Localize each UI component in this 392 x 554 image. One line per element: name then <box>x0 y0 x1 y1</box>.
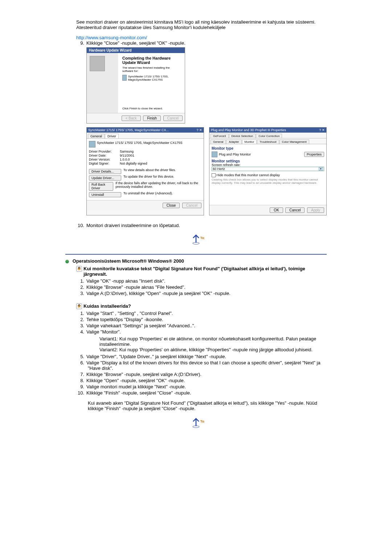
top-link[interactable]: Top <box>65 232 327 247</box>
list-number: 2. <box>76 317 84 322</box>
wizard-icon <box>90 56 105 71</box>
svg-text:Top: Top <box>200 236 204 240</box>
version-label: Driver Version: <box>89 158 120 161</box>
wizard-finish-hint: Click Finish to close the wizard. <box>122 107 180 110</box>
finish-button[interactable]: Finish <box>143 116 161 121</box>
step10-text: Monitori draiveri installeerimine on lõp… <box>86 223 180 228</box>
signer-value: Not digitally signed <box>120 162 147 165</box>
monitor-settings-label: Monitor settings <box>212 159 324 163</box>
monitor-icon <box>89 141 95 147</box>
cancel-button[interactable]: Cancel <box>285 207 305 213</box>
tab-troubleshoot[interactable]: Troubleshoot <box>257 139 279 144</box>
install-heading: Kuidas installeerida? <box>83 303 131 309</box>
tab-monitor[interactable]: Monitor <box>242 139 257 144</box>
apply-button[interactable]: Apply <box>307 207 324 213</box>
variant2: Variant2: Kui nupp 'Properties' on aktii… <box>99 347 327 352</box>
wizard-device: SyncMaster 171S/ 175S/ 170S, MagicSyncMa… <box>128 75 180 81</box>
monitor-type-value: Plug and Play Monitor <box>219 153 251 156</box>
tab-colormgmt[interactable]: Color Management <box>279 139 309 144</box>
props-device: SyncMaster 171S/ 175S/ 170S, MagicSyncMa… <box>97 141 183 147</box>
date-value: 9/11/2001 <box>120 154 134 157</box>
list2-item6: Valige "Display a list of the known driv… <box>86 360 320 371</box>
tab-driver[interactable]: Driver <box>105 134 119 138</box>
list2-item5: Valige "Driver", "Update Driver.." ja se… <box>86 354 226 359</box>
hide-modes-desc: Clearing this check box allows you to se… <box>212 178 324 185</box>
ok-button[interactable]: OK <box>270 207 283 213</box>
uninstall-button[interactable]: Uninstall <box>89 192 121 197</box>
list-number: 5. <box>76 354 84 359</box>
section-divider <box>65 254 327 255</box>
provider-label: Driver Provider: <box>89 150 120 153</box>
date-label: Driver Date: <box>89 154 120 157</box>
list-number: 10. <box>76 223 84 228</box>
refresh-value: 60 Hertz <box>213 167 225 171</box>
refresh-dropdown[interactable]: 60 Hertz▾ <box>212 167 324 171</box>
top-link[interactable]: Top <box>65 416 327 430</box>
tab-geforce[interactable]: GeForce3 <box>211 134 229 138</box>
list2-item9: Valige monitori mudel ja klikkige "Next"… <box>86 384 186 389</box>
update-driver-button[interactable]: Update Driver... <box>89 175 121 181</box>
svg-text:Top: Top <box>200 420 204 423</box>
cancel-button[interactable]: Cancel <box>163 116 183 121</box>
update-desc: To update the driver for this device. <box>123 175 174 181</box>
list2-item2: Tehke topeltklõps "Display" -ikoonile. <box>86 317 163 322</box>
window-controls: ? ✕ <box>196 128 202 132</box>
monitor-icon <box>212 151 217 157</box>
version-value: 1.0.0.0 <box>120 158 130 161</box>
cancel-button[interactable]: Cancel <box>182 203 201 208</box>
window-controls: ? ✕ <box>319 128 325 132</box>
list-number: 9. <box>76 384 84 389</box>
refresh-label: Screen refresh rate: <box>212 163 324 167</box>
list-number: 1. <box>76 311 84 316</box>
wizard-titlebar: Hardware Update Wizard <box>87 48 185 53</box>
close-button[interactable]: Close <box>163 203 180 208</box>
list2-item10: Klikkige "Finish" -nupule, seejärel "Clo… <box>86 390 191 396</box>
bullet-icon <box>65 260 69 263</box>
list-number: 7. <box>76 372 84 377</box>
tab-colorcorr[interactable]: Color Correction <box>256 134 282 138</box>
display-properties-screenshot: Plug and Play Monitor and 3D Prophet III… <box>209 127 327 215</box>
intro-paragraph: See monitori draiver on atesteerimist ki… <box>76 19 327 30</box>
gear-icon: ⚙ <box>76 303 82 309</box>
props-left-title: SyncMaster 171S/ 175S/ 170S, MagicSyncMa… <box>88 128 169 132</box>
final-paragraph: Kui avaneb aken "Digital Signature Not F… <box>88 400 327 411</box>
list1-item3: Valige A:(D:\Driver), klikkige "Open" -n… <box>86 291 230 296</box>
list-number: 3. <box>76 323 84 328</box>
props-right-title: Plug and Play Monitor and 3D Prophet III… <box>211 128 286 132</box>
samsung-link[interactable]: http://www.samsung-monitor.com/ <box>76 35 147 40</box>
rollback-button[interactable]: Roll Back Driver <box>89 182 113 191</box>
gear-icon: ⚙ <box>76 266 82 272</box>
driver-details-button[interactable]: Driver Details... <box>89 169 121 174</box>
list1-item2: Klikkige "Browse" -nupule aknas "File Ne… <box>86 284 185 290</box>
tab-adapter[interactable]: Adapter <box>226 139 241 144</box>
variant1: Variant1: Kui nupp 'Properties' ei ole a… <box>99 336 327 347</box>
os-heading: Operatsioonisüsteem Microsoft® Windows® … <box>73 258 184 264</box>
list-number: 1. <box>76 278 84 284</box>
rollback-desc: If the device fails after updating the d… <box>115 181 201 191</box>
uninstall-desc: To uninstall the driver (Advanced). <box>123 191 173 198</box>
list2-item8: Klikkige "Open" -nupule, seejärel "OK" -… <box>86 378 185 383</box>
list2-item3: Valige vahekaart "Settings" ja seejärel … <box>86 323 195 328</box>
monitor-type-label: Monitor type <box>212 146 324 150</box>
list-number: 2. <box>76 284 84 290</box>
details-desc: To view details about the driver files. <box>123 168 176 175</box>
hide-modes-label: Hide modes that this monitor cannot disp… <box>217 173 280 177</box>
step9-text: Klikkige "Close" -nupule, seejärel "OK" … <box>86 40 185 46</box>
list2-item1: Valige "Start" , "Setting" , "Control Pa… <box>86 311 173 316</box>
tab-devsel[interactable]: Device Selection <box>229 134 256 138</box>
list2-item7: Klikkige "Browse" -nupule, seejärel vali… <box>86 372 201 377</box>
signer-label: Digital Signer: <box>89 162 120 165</box>
hide-modes-checkbox[interactable] <box>212 173 216 177</box>
back-button[interactable]: < Back <box>122 116 141 121</box>
tab-general[interactable]: General <box>211 139 226 144</box>
list2-item4: Valige "Monitor". <box>86 329 121 335</box>
provider-value: Samsung <box>120 150 134 153</box>
driver-properties-screenshot: SyncMaster 171S/ 175S/ 170S, MagicSyncMa… <box>86 127 204 215</box>
properties-button[interactable]: Properties <box>304 152 324 157</box>
list-number: 10. <box>76 390 84 396</box>
list1-item1: Valige "OK" -nupp aknas "Insert disk". <box>86 278 166 284</box>
list-number: 3. <box>76 291 84 296</box>
tab-general[interactable]: General <box>88 134 105 138</box>
wizard-line1: The wizard has finished installing the s… <box>122 66 180 73</box>
list-number: 8. <box>76 378 84 383</box>
